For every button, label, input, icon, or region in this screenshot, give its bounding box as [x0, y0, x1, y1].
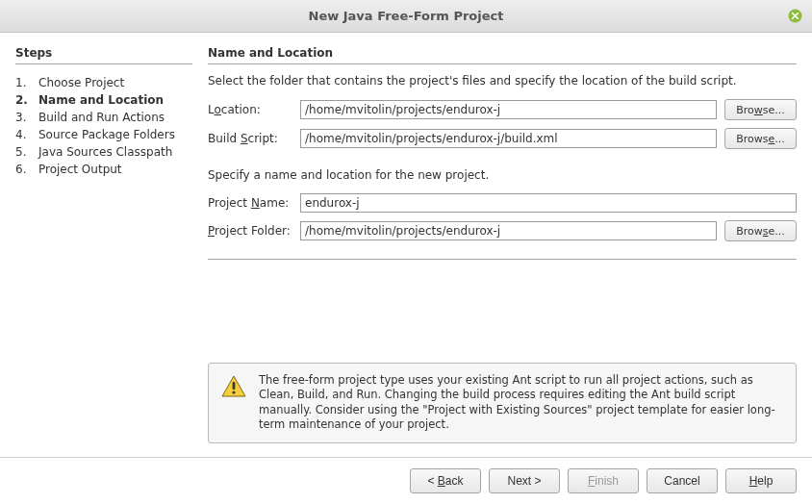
svg-point-2	[232, 391, 235, 393]
step-4: 4.Source Package Folders	[15, 126, 192, 143]
projectname-row: Project Name:	[208, 193, 797, 213]
next-button[interactable]: Next >	[489, 468, 560, 493]
step-5: 5.Java Sources Classpath	[15, 143, 192, 161]
buildscript-input[interactable]	[300, 129, 717, 148]
main-panel: Name and Location Select the folder that…	[192, 46, 797, 457]
dialog-body: Steps 1.Choose Project 2.Name and Locati…	[0, 33, 812, 458]
back-button[interactable]: < Back	[410, 468, 481, 493]
info-box: The free-form project type uses your exi…	[208, 363, 797, 443]
info-text: The free-form project type uses your exi…	[259, 373, 784, 433]
close-icon[interactable]	[787, 9, 802, 24]
svg-rect-1	[233, 382, 236, 390]
main-heading: Name and Location	[208, 46, 797, 64]
step-6: 6.Project Output	[15, 161, 192, 178]
warning-icon	[220, 373, 247, 433]
buildscript-row: Build Script: Browse...	[208, 128, 797, 149]
footer: < Back Next > Finish Cancel Help	[0, 458, 812, 504]
step-3: 3.Build and Run Actions	[15, 109, 192, 126]
projectname-input[interactable]	[300, 193, 797, 213]
steps-heading: Steps	[15, 46, 192, 64]
step-1: 1.Choose Project	[15, 74, 192, 91]
location-label: Location:	[208, 103, 292, 116]
divider	[208, 259, 797, 260]
steps-list: 1.Choose Project 2.Name and Location 3.B…	[15, 74, 192, 178]
specify-text: Specify a name and location for the new …	[208, 168, 797, 182]
finish-button: Finish	[568, 468, 639, 493]
window-title: New Java Free-Form Project	[309, 9, 504, 23]
step-2: 2.Name and Location	[15, 91, 192, 109]
cancel-button[interactable]: Cancel	[647, 468, 718, 493]
projectfolder-input[interactable]	[300, 221, 717, 240]
location-browse-button[interactable]: Browse...	[724, 99, 797, 120]
steps-sidebar: Steps 1.Choose Project 2.Name and Locati…	[15, 46, 192, 457]
buildscript-browse-button[interactable]: Browse...	[724, 128, 797, 149]
projectfolder-row: Project Folder: Browse...	[208, 220, 797, 241]
location-row: Location: Browse...	[208, 99, 797, 120]
buildscript-label: Build Script:	[208, 132, 292, 145]
help-button[interactable]: Help	[725, 468, 797, 493]
titlebar: New Java Free-Form Project	[0, 0, 812, 33]
location-input[interactable]	[300, 100, 717, 119]
projectname-label: Project Name:	[208, 196, 292, 210]
projectfolder-label: Project Folder:	[208, 224, 292, 238]
intro-text: Select the folder that contains the proj…	[208, 74, 797, 88]
projectfolder-browse-button[interactable]: Browse...	[724, 220, 797, 241]
